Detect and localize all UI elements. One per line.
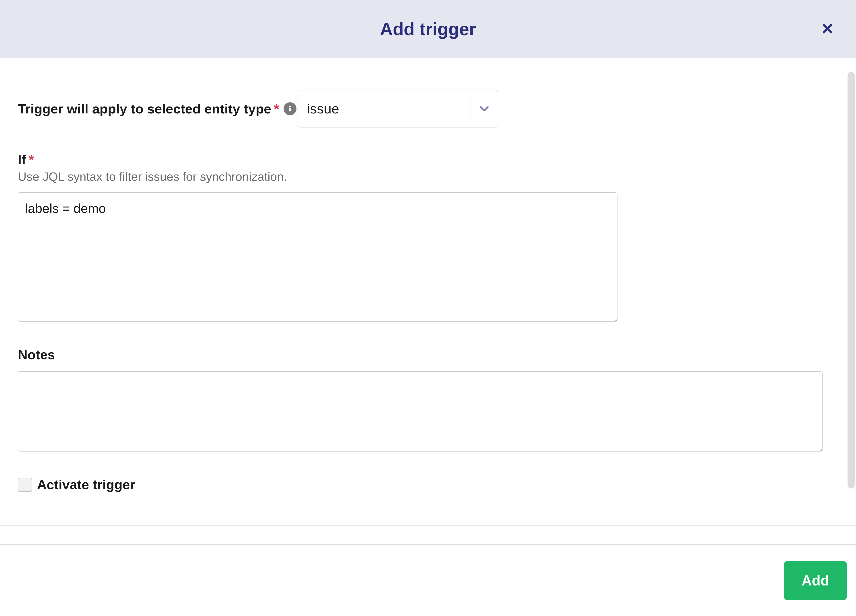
entity-type-label: Trigger will apply to selected entity ty…: [18, 101, 297, 117]
svg-rect-3: [289, 108, 291, 111]
if-label-text: If: [18, 152, 26, 167]
info-icon[interactable]: [283, 102, 297, 115]
notes-label: Notes: [18, 347, 55, 362]
close-button[interactable]: [821, 23, 834, 36]
entity-type-field: Trigger will apply to selected entity ty…: [18, 76, 838, 128]
add-button[interactable]: Add: [784, 561, 847, 600]
if-label: If*: [18, 152, 34, 167]
activate-field: Activate trigger: [18, 477, 838, 493]
modal-title: Add trigger: [380, 19, 476, 40]
required-asterisk: *: [29, 152, 34, 167]
chevron-down-icon: [471, 90, 498, 127]
modal-footer: Add: [0, 544, 856, 616]
if-field: If* Use JQL syntax to filter issues for …: [18, 152, 838, 322]
entity-type-select[interactable]: issue: [297, 89, 498, 128]
entity-type-value: issue: [298, 90, 471, 127]
modal-header: Add trigger: [0, 0, 856, 59]
jql-input[interactable]: [18, 192, 617, 322]
required-asterisk: *: [274, 101, 279, 117]
notes-input[interactable]: [18, 371, 822, 451]
activate-label: Activate trigger: [37, 477, 135, 492]
checkbox-box: [18, 477, 32, 492]
scrollbar-track[interactable]: [846, 59, 856, 544]
svg-point-2: [289, 106, 291, 108]
entity-type-label-text: Trigger will apply to selected entity ty…: [18, 101, 271, 117]
activate-checkbox[interactable]: Activate trigger: [18, 477, 135, 492]
if-hint: Use JQL syntax to filter issues for sync…: [18, 169, 838, 183]
notes-field: Notes: [18, 347, 838, 453]
footer-divider: [0, 525, 856, 526]
modal-body: Trigger will apply to selected entity ty…: [0, 59, 856, 544]
close-icon: [821, 23, 834, 36]
scrollbar-thumb[interactable]: [848, 72, 854, 488]
